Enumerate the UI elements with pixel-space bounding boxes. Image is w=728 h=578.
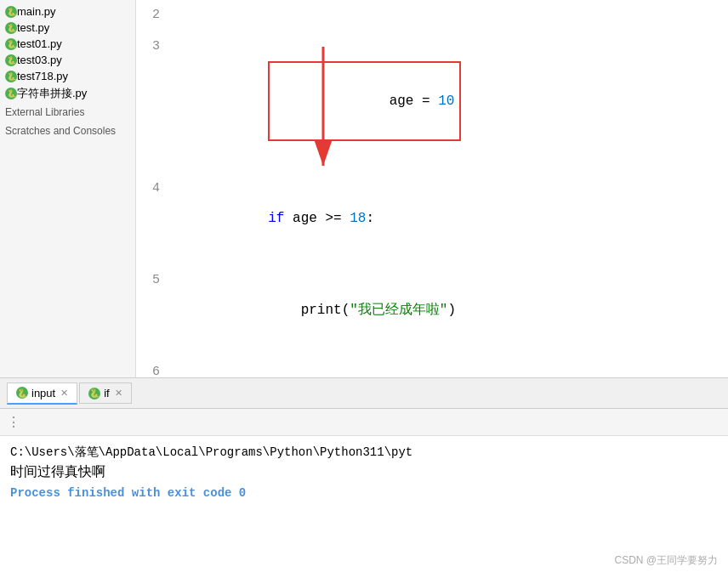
tab-if-close[interactable]: ✕ [115, 388, 122, 399]
line-code-5: print("我已经成年啦") [170, 264, 728, 356]
tab-input-label: input [31, 387, 55, 400]
terminal-process: Process finished with exit code 0 [10, 486, 718, 500]
tab-if-label: if [104, 387, 110, 400]
line-code-4: if age >= 18: [170, 173, 728, 264]
sidebar-item-main[interactable]: 🐍 main.py [0, 3, 135, 20]
python-icon: 🐍 [5, 71, 17, 82]
sidebar-item-test718[interactable]: 🐍 test718.py [0, 68, 135, 84]
sidebar-label-zifu: 字符串拼接.py [17, 86, 87, 101]
terminal-path: C:\Users\落笔\AppData\Local\Programs\Pytho… [10, 445, 718, 460]
python-icon: 🐍 [5, 22, 17, 34]
line-num-5: 5 [136, 265, 170, 296]
python-icon: 🐍 [5, 6, 17, 18]
code-line-3: 3 age = 10 [136, 31, 728, 173]
tab-input[interactable]: 🐍 input ✕ [7, 382, 77, 405]
line-code-3: age = 10 [170, 31, 728, 173]
sidebar-label-main: main.py [17, 5, 56, 18]
sidebar-section-external[interactable]: External Libraries [0, 103, 135, 122]
kw-if: if [268, 211, 284, 226]
num-10: 10 [438, 94, 454, 109]
line-num-3: 3 [136, 31, 170, 62]
sidebar-label-test01: test01.py [17, 37, 62, 50]
sidebar-item-test01[interactable]: 🐍 test01.py [0, 36, 135, 52]
sidebar-item-zifu[interactable]: 🐍 字符串拼接.py [0, 84, 135, 103]
tab-if[interactable]: 🐍 if ✕ [79, 382, 132, 404]
sidebar-label-test03: test03.py [17, 54, 62, 66]
terminal-toolbar: ⋮ [0, 409, 728, 436]
editor-wrapper: 2 3 age = 10 4 if age >= 18: [136, 0, 728, 377]
tab-python-icon-input: 🐍 [16, 387, 28, 399]
tab-bar: 🐍 input ✕ 🐍 if ✕ [0, 377, 728, 408]
code-line-5: 5 print("我已经成年啦") [136, 264, 728, 356]
sidebar-label-test: test.py [17, 21, 49, 34]
line-num-6: 6 [136, 357, 170, 377]
code-content: 2 3 age = 10 4 if age >= 18: [136, 0, 728, 377]
python-icon: 🐍 [5, 88, 17, 99]
terminal-area: ⋮ C:\Users\落笔\AppData\Local\Programs\Pyt… [0, 408, 728, 578]
code-line-4: 4 if age >= 18: [136, 173, 728, 264]
sidebar-section-scratches[interactable]: Scratches and Consoles [0, 122, 135, 140]
terminal-output: 时间过得真快啊 [10, 463, 718, 481]
line-num-4: 4 [136, 173, 170, 204]
terminal-content: C:\Users\落笔\AppData\Local\Programs\Pytho… [0, 436, 728, 508]
line-code-6: print("即将步入大学生活") [170, 356, 728, 377]
python-icon: 🐍 [5, 38, 17, 50]
tab-input-close[interactable]: ✕ [60, 388, 68, 399]
line-num-2: 2 [136, 0, 170, 31]
main-area: 🐍 main.py 🐍 test.py 🐍 test01.py 🐍 test03… [0, 0, 728, 377]
sidebar-item-test03[interactable]: 🐍 test03.py [0, 52, 135, 68]
highlight-box: age = 10 [268, 61, 461, 141]
code-editor[interactable]: 2 3 age = 10 4 if age >= 18: [136, 0, 728, 377]
sidebar-label-test718: test718.py [17, 70, 68, 82]
code-line-2: 2 [136, 0, 728, 31]
watermark: CSDN @王同学要努力 [614, 553, 718, 568]
python-icon: 🐍 [5, 54, 17, 66]
code-line-6: 6 print("即将步入大学生活") [136, 356, 728, 377]
var-age: age [390, 94, 414, 109]
sidebar: 🐍 main.py 🐍 test.py 🐍 test01.py 🐍 test03… [0, 0, 136, 377]
tab-python-icon-if: 🐍 [88, 388, 100, 400]
terminal-drag-handle: ⋮ [7, 414, 22, 431]
sidebar-item-test[interactable]: 🐍 test.py [0, 20, 135, 36]
